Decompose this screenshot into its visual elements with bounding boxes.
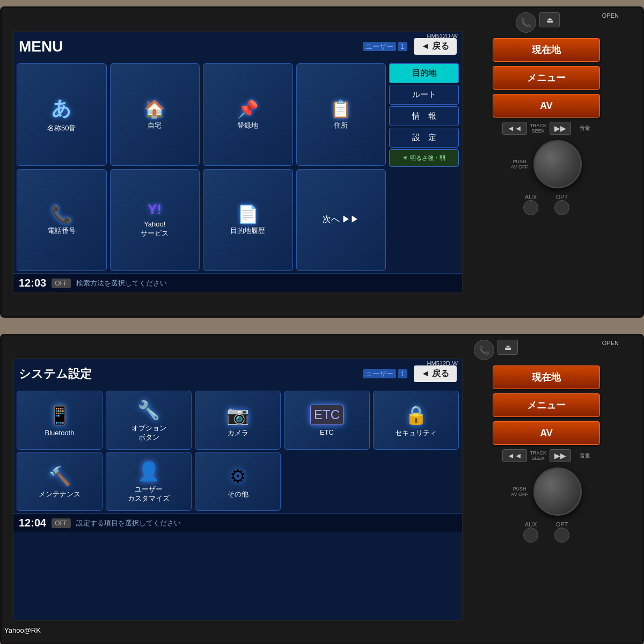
- aux-dot-bottom[interactable]: [523, 528, 538, 543]
- track-seek-label-top: TRACKSEEK: [530, 123, 547, 134]
- opt-dot-top[interactable]: [554, 200, 569, 215]
- menu-item-1[interactable]: 🏠 自宅: [110, 63, 200, 166]
- menu-label-3: 住所: [334, 121, 348, 130]
- menu-icon-3: 📋: [330, 99, 352, 119]
- content-top: あ 名称50音 🏠 自宅 📌 登録地 📋: [13, 61, 462, 273]
- dropdown-brightness[interactable]: ☀ 明るさ強・弱: [389, 149, 459, 167]
- sys-item-security[interactable]: 🔒 セキュリティ: [373, 391, 459, 450]
- security-label: セキュリティ: [395, 429, 437, 438]
- car-unit-top: HM512D-W MENU ユーザー 1 ◄ 戻る あ: [0, 6, 644, 318]
- eject-btn-bottom[interactable]: ⏏: [497, 340, 518, 355]
- sys-item-other[interactable]: ⚙ その他: [195, 452, 281, 511]
- menu-grid-top: あ 名称50音 🏠 自宅 📌 登録地 📋: [17, 63, 386, 271]
- menu-icon-4: 📞: [51, 204, 72, 224]
- status-bar-top: 12:03 OFF 検索方法を選択してください: [13, 273, 462, 292]
- menu-item-6[interactable]: 📄 目的地履歴: [203, 169, 293, 272]
- track-row-top: ◄◄ TRACKSEEK ▶▶ 音量: [474, 122, 619, 135]
- opt-label-top: OPT: [554, 194, 569, 200]
- open-label-bottom: OPEN: [602, 340, 619, 346]
- menu-icon-2: 📌: [237, 99, 259, 119]
- menu-item-4[interactable]: 📞 電話番号: [17, 169, 107, 272]
- sys-item-maintenance[interactable]: 🔨 メンテナンス: [17, 452, 103, 511]
- bluetooth-label: Bluetooth: [45, 429, 75, 438]
- phone-btn-bottom[interactable]: 📞: [474, 340, 494, 360]
- maintenance-icon: 🔨: [48, 465, 71, 487]
- push-av-off-top: PUSHAV OFF: [511, 159, 528, 170]
- sys-item-etc[interactable]: ETC ETC: [284, 391, 370, 450]
- genzaichi-btn-top[interactable]: 現在地: [493, 38, 600, 62]
- menu-label-1: 自宅: [148, 121, 162, 130]
- off-badge-top: OFF: [52, 279, 71, 288]
- etc-label: ETC: [320, 428, 334, 437]
- other-icon: ⚙: [230, 465, 246, 487]
- dropdown-route[interactable]: ルート: [389, 85, 459, 105]
- dropdown-mokuteki[interactable]: 目的地: [389, 63, 459, 83]
- sys-item-bluetooth[interactable]: 📱 Bluetooth: [17, 391, 103, 450]
- back-btn-bottom[interactable]: ◄ 戻る: [414, 365, 457, 382]
- menu-label-2: 登録地: [237, 121, 258, 130]
- status-text-top: 検索方法を選択してください: [76, 279, 167, 288]
- av-btn-top[interactable]: AV: [493, 94, 600, 118]
- menu-item-7[interactable]: 次へ ▶▶: [296, 169, 386, 272]
- maintenance-label: メンテナンス: [39, 490, 80, 499]
- push-av-off-bottom: PUSHAV OFF: [511, 486, 528, 497]
- track-prev-bottom[interactable]: ◄◄: [502, 449, 527, 462]
- user-badge-bottom: ユーザー 1: [363, 369, 407, 379]
- sys-item-option-btn[interactable]: 🔧 オプションボタン: [106, 391, 192, 450]
- aux-opt-row-top: AUX OPT: [474, 194, 619, 215]
- menu-item-3[interactable]: 📋 住所: [296, 63, 386, 166]
- menu-icon-5: Y!: [148, 201, 162, 218]
- volume-label-top: 音量: [580, 125, 590, 132]
- volume-knob-bottom[interactable]: [533, 467, 582, 516]
- aux-dot-top[interactable]: [523, 200, 538, 215]
- track-seek-label-bottom: TRACKSEEK: [530, 450, 547, 461]
- screen-bottom: HM512D-W システム設定 ユーザー 1 ◄ 戻る 📱 Bluetooth: [12, 358, 463, 621]
- camera-label: カメラ: [228, 429, 248, 438]
- dropdown-settei[interactable]: 設 定: [389, 128, 459, 148]
- eject-btn-top[interactable]: ⏏: [539, 12, 560, 27]
- top-btns-bottom: 📞 ⏏: [474, 340, 518, 360]
- header-top: MENU ユーザー 1 ◄ 戻る: [13, 32, 462, 61]
- right-panel-bottom: 📞 ⏏ OPEN 現在地 メニュー AV ◄◄ TRACKSEEK ▶▶ 音量: [469, 335, 624, 643]
- volume-knob-top[interactable]: [533, 140, 582, 188]
- menu-icon-6: 📄: [237, 204, 259, 224]
- menu-btn-top[interactable]: メニュー: [493, 66, 600, 90]
- track-prev-top[interactable]: ◄◄: [502, 122, 527, 135]
- genzaichi-btn-bottom[interactable]: 現在地: [493, 365, 600, 389]
- header-bottom: システム設定 ユーザー 1 ◄ 戻る: [13, 359, 462, 389]
- empty-cell-1: [284, 452, 370, 511]
- sys-grid-row2: 🔨 メンテナンス 👤 ユーザーカスタマイズ ⚙ その他: [13, 452, 462, 513]
- security-icon: 🔒: [405, 404, 427, 426]
- sys-grid-row1: 📱 Bluetooth 🔧 オプションボタン 📷 カメラ ETC ETC: [13, 389, 462, 452]
- rp-open-area: OPEN: [602, 12, 619, 33]
- menu-item-5[interactable]: Y! Yahoo!サービス: [110, 169, 200, 272]
- sys-item-camera[interactable]: 📷 カメラ: [195, 391, 281, 450]
- menu-label-4: 電話番号: [48, 226, 76, 236]
- track-next-bottom[interactable]: ▶▶: [550, 449, 571, 462]
- top-btns: 📞 ⏏: [516, 12, 560, 33]
- off-badge-bottom: OFF: [52, 518, 71, 528]
- dropdown-panel-top: 目的地 ルート 情 報 設 定 ☀ 明るさ強・弱: [389, 63, 459, 271]
- menu-item-0[interactable]: あ 名称50音: [17, 63, 107, 166]
- track-row-bottom: ◄◄ TRACKSEEK ▶▶ 音量: [474, 449, 619, 462]
- av-btn-bottom[interactable]: AV: [493, 421, 600, 445]
- dropdown-joho[interactable]: 情 報: [389, 106, 459, 126]
- rp-top-controls: 📞 ⏏ OPEN: [474, 12, 619, 33]
- menu-label-5: Yahoo!サービス: [141, 220, 169, 238]
- back-btn-top[interactable]: ◄ 戻る: [414, 38, 457, 55]
- opt-dot-bottom[interactable]: [554, 528, 569, 543]
- menu-item-2[interactable]: 📌 登録地: [203, 63, 293, 166]
- open-label-top: OPEN: [602, 12, 619, 19]
- model-num-bottom: HM512D-W: [427, 360, 458, 367]
- opt-label-bottom: OPT: [554, 521, 569, 528]
- sys-item-user-custom[interactable]: 👤 ユーザーカスタマイズ: [106, 452, 192, 511]
- title-bottom: システム設定: [19, 366, 363, 382]
- menu-label-6: 目的地履歴: [230, 226, 265, 236]
- time-bottom: 12:04: [19, 517, 46, 529]
- rp-open-area-bottom: OPEN: [602, 340, 619, 360]
- phone-btn-top[interactable]: 📞: [516, 12, 536, 33]
- other-label: その他: [228, 490, 248, 499]
- track-next-top[interactable]: ▶▶: [550, 122, 571, 135]
- menu-btn-bottom[interactable]: メニュー: [493, 393, 600, 417]
- aux-label-bottom: AUX: [523, 521, 538, 528]
